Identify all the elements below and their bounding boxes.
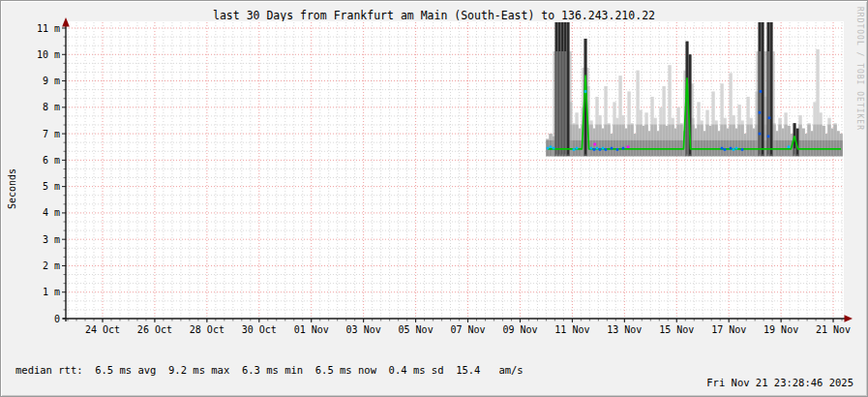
x-tick-label: 21 Nov bbox=[816, 324, 851, 335]
y-tick-label: 3 m bbox=[43, 234, 60, 245]
y-tick-label: 10 m bbox=[37, 49, 60, 60]
x-tick-label: 13 Nov bbox=[607, 324, 642, 335]
y-tick-labels: 01 m2 m3 m4 m5 m6 m7 m8 m9 m10 m11 m bbox=[37, 23, 60, 324]
y-tick-label: 11 m bbox=[37, 23, 60, 34]
x-tick-label: 11 Nov bbox=[554, 324, 589, 335]
y-tick-label: 8 m bbox=[43, 102, 60, 112]
x-tick-label: 01 Nov bbox=[294, 324, 329, 335]
x-tick-label: 09 Nov bbox=[502, 324, 537, 335]
y-tick-label: 7 m bbox=[43, 129, 60, 139]
plot-canvas bbox=[66, 21, 844, 319]
median-rtt-stats: median rtt: 6.5 ms avg 9.2 ms max 6.3 ms… bbox=[15, 363, 532, 377]
y-tick-label: 1 m bbox=[43, 287, 60, 297]
y-tick-label: 0 bbox=[54, 314, 60, 324]
x-tick-label: 15 Nov bbox=[659, 324, 694, 335]
y-tick-label: 5 m bbox=[43, 181, 60, 192]
x-tick-label: 05 Nov bbox=[399, 324, 434, 335]
x-tick-label: 28 Oct bbox=[190, 324, 224, 335]
x-tick-label: 24 Oct bbox=[85, 324, 120, 335]
y-tick-label: 9 m bbox=[43, 76, 60, 86]
x-tick-label: 26 Oct bbox=[137, 324, 172, 335]
y-tick-label: 6 m bbox=[43, 155, 60, 166]
x-tick-label: 30 Oct bbox=[242, 324, 277, 335]
x-tick-labels: 24 Oct26 Oct28 Oct30 Oct01 Nov03 Nov05 N… bbox=[85, 324, 851, 335]
legend: median rtt: 6.5 ms avg 9.2 ms max 6.3 ms… bbox=[15, 336, 532, 397]
x-tick-label: 17 Nov bbox=[711, 324, 746, 335]
x-tick-label: 07 Nov bbox=[450, 324, 485, 335]
y-tick-label: 4 m bbox=[43, 207, 60, 218]
y-tick-label: 2 m bbox=[43, 260, 60, 271]
smokeping-latency-graph: last 30 Days from Frankfurt am Main (Sou… bbox=[0, 0, 868, 397]
timestamp: Fri Nov 21 23:28:46 2025 bbox=[706, 377, 853, 388]
x-tick-label: 03 Nov bbox=[346, 324, 381, 335]
x-tick-label: 19 Nov bbox=[763, 324, 798, 335]
